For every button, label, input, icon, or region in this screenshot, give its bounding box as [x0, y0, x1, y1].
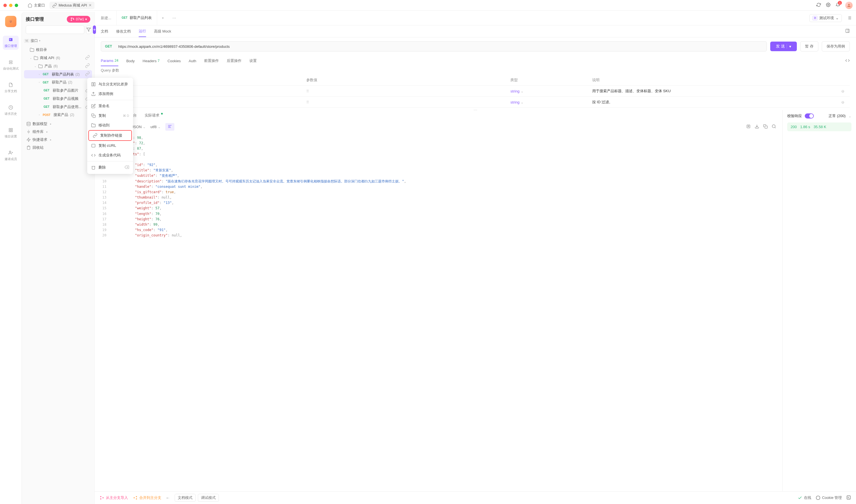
user-avatar[interactable]: [845, 2, 853, 9]
menu-button[interactable]: ☰: [845, 16, 855, 20]
drag-handle-icon[interactable]: ⠿: [306, 100, 309, 104]
project-tab[interactable]: Medusa 商城 API ✕: [50, 2, 94, 9]
rail-automation[interactable]: 自动化测试: [1, 58, 20, 72]
home-tab[interactable]: 主窗口: [25, 2, 48, 9]
minimize-window-button[interactable]: [9, 4, 13, 7]
drag-handle-icon[interactable]: ⠿: [306, 89, 309, 93]
api-section-header[interactable]: 96 接口 ▾: [22, 37, 94, 45]
close-window-button[interactable]: [3, 4, 7, 7]
refresh-icon[interactable]: [816, 2, 821, 8]
verify-toggle[interactable]: [805, 113, 814, 119]
mode-doc-button[interactable]: 文档模式: [175, 494, 196, 502]
rail-share-docs[interactable]: 分享文档: [3, 81, 19, 95]
search-response-icon[interactable]: [772, 124, 776, 129]
panel-toggle-icon[interactable]: [845, 29, 850, 34]
footer-online[interactable]: 在线: [798, 495, 811, 500]
subtab-run[interactable]: 运行: [139, 25, 146, 37]
close-tab-icon[interactable]: ✕: [89, 3, 92, 7]
rail-invite[interactable]: 邀请成员: [3, 149, 19, 163]
temp-save-button[interactable]: 暂 存: [800, 41, 818, 52]
sidebar-data-models[interactable]: 数据模型 ▸: [24, 120, 92, 128]
menu-delete[interactable]: 删除: [87, 163, 133, 172]
footer-cookie[interactable]: Cookie 管理: [816, 495, 842, 500]
save-as-case-button[interactable]: 保存为用例: [822, 41, 850, 52]
rail-project-settings[interactable]: 项目设置: [3, 126, 19, 140]
add-tab-button[interactable]: +: [157, 16, 169, 20]
chevron-down-icon[interactable]: ⌄: [521, 89, 524, 93]
footer-merge[interactable]: 合并到主分支: [133, 495, 161, 500]
tree-folder-products[interactable]: ⌄ 产品 (6): [24, 62, 92, 70]
menu-move[interactable]: 移动到: [87, 121, 133, 130]
resptab-actual[interactable]: 实际请求: [145, 113, 163, 118]
response-body[interactable]: "count": 98, "offset": 72, "limit": 87, …: [94, 133, 782, 491]
export-icon[interactable]: [746, 124, 751, 129]
tree-endpoint-0[interactable]: › GET 获取产品列表 (2): [24, 70, 92, 78]
resize-handle[interactable]: ⋯: [94, 108, 856, 110]
params-row[interactable]: ⠿ string ⌄ 用于搜索产品标题、描述、变体标题、变体 SKU ⊖: [101, 86, 850, 97]
paramtab-post[interactable]: 后置操作: [227, 55, 242, 66]
delete-row-icon[interactable]: ⊖: [837, 89, 849, 93]
send-dropdown-icon[interactable]: ▾: [787, 44, 791, 49]
rail-api-management[interactable]: 接口管理: [3, 36, 19, 50]
link-icon[interactable]: [85, 72, 90, 77]
chevron-down-icon[interactable]: ⌄: [849, 114, 852, 118]
paramtab-settings[interactable]: 设置: [249, 55, 257, 66]
paramtab-params[interactable]: Params 24: [101, 55, 118, 66]
environment-selector[interactable]: 测 测试环境 ⌄: [809, 14, 842, 22]
tool-encoding[interactable]: utf8 ⌄: [150, 125, 161, 129]
branch-selector[interactable]: 07w1 ▾: [67, 16, 90, 23]
sidebar-components[interactable]: 组件库 ▸: [24, 128, 92, 136]
filter-button[interactable]: [86, 25, 91, 34]
subtab-doc[interactable]: 文档: [101, 25, 108, 37]
terminal-icon[interactable]: [846, 495, 851, 501]
menu-gen-code[interactable]: 生成业务代码: [87, 150, 133, 160]
tree-endpoint-4[interactable]: GET 获取参产品使用...: [24, 103, 92, 111]
sidebar-trash[interactable]: 回收站: [24, 144, 92, 151]
app-logo[interactable]: [5, 16, 16, 27]
paramtab-body[interactable]: Body: [126, 55, 135, 66]
paramtab-pre[interactable]: 前置操作: [204, 55, 219, 66]
menu-rename[interactable]: 重命名: [87, 101, 133, 111]
delete-row-icon[interactable]: ⊖: [837, 100, 849, 104]
settings-icon[interactable]: [826, 2, 831, 8]
menu-add-case[interactable]: 添加用例: [87, 89, 133, 99]
tree-endpoint-2[interactable]: GET 获取参产品图片: [24, 86, 92, 94]
url-input[interactable]: GET https://mock.apipark.cn/m1/4698937-4…: [101, 41, 767, 52]
tab-endpoint[interactable]: GET 获取产品列表: [117, 11, 157, 25]
tool-json[interactable]: JSON ⌄: [132, 125, 146, 129]
download-icon[interactable]: [755, 124, 759, 129]
tab-new[interactable]: 新建...: [96, 11, 117, 25]
tool-format[interactable]: [165, 123, 174, 131]
rail-history[interactable]: 请求历史: [3, 104, 19, 118]
link-icon[interactable]: [85, 64, 90, 69]
tree-endpoint-3[interactable]: GET 获取参产品视频: [24, 94, 92, 103]
tree-endpoint-5[interactable]: › POST 搜索产品 (2): [24, 111, 92, 119]
notifications-icon[interactable]: 1: [836, 2, 840, 8]
copy-icon[interactable]: [763, 124, 768, 129]
code-view-icon[interactable]: [845, 58, 850, 64]
menu-copy[interactable]: 复制 ⌘ D: [87, 111, 133, 121]
send-button[interactable]: 发 送 ▾: [770, 41, 797, 51]
collapse-icon[interactable]: ⇤: [167, 496, 170, 500]
mode-debug-button[interactable]: 调试模式: [198, 494, 219, 502]
subtab-mock[interactable]: 高级 Mock: [154, 25, 171, 37]
menu-copy-link[interactable]: 复制协作链接: [88, 130, 132, 141]
chevron-down-icon[interactable]: ⌄: [521, 100, 524, 104]
link-icon[interactable]: [85, 55, 90, 60]
tree-endpoint-1[interactable]: › GET 获取产品 (2): [24, 78, 92, 86]
tree-folder-api[interactable]: ⌄ 商城 API (6): [24, 54, 92, 62]
method-selector[interactable]: GET: [101, 44, 116, 48]
params-row[interactable]: ⠿ string ⌄ 按 ID 过滤。 ⊖: [101, 97, 850, 108]
paramtab-headers[interactable]: Headers 7: [143, 55, 160, 66]
menu-compare[interactable]: 与主分支对比差异: [87, 79, 133, 89]
paramtab-auth[interactable]: Auth: [189, 55, 196, 66]
menu-copy-curl[interactable]: 复制 cURL: [87, 141, 133, 150]
paramtab-cookies[interactable]: Cookies: [168, 55, 181, 66]
footer-import[interactable]: 从主分支导入: [100, 495, 128, 500]
maximize-window-button[interactable]: [15, 4, 18, 7]
more-tabs-button[interactable]: ⋯: [169, 16, 180, 20]
subtab-edit-doc[interactable]: 修改文档: [116, 25, 131, 37]
sidebar-quick-request[interactable]: 快捷请求 ▸: [24, 136, 92, 144]
tree-root[interactable]: 根目录: [24, 46, 92, 54]
search-input[interactable]: [26, 25, 84, 34]
